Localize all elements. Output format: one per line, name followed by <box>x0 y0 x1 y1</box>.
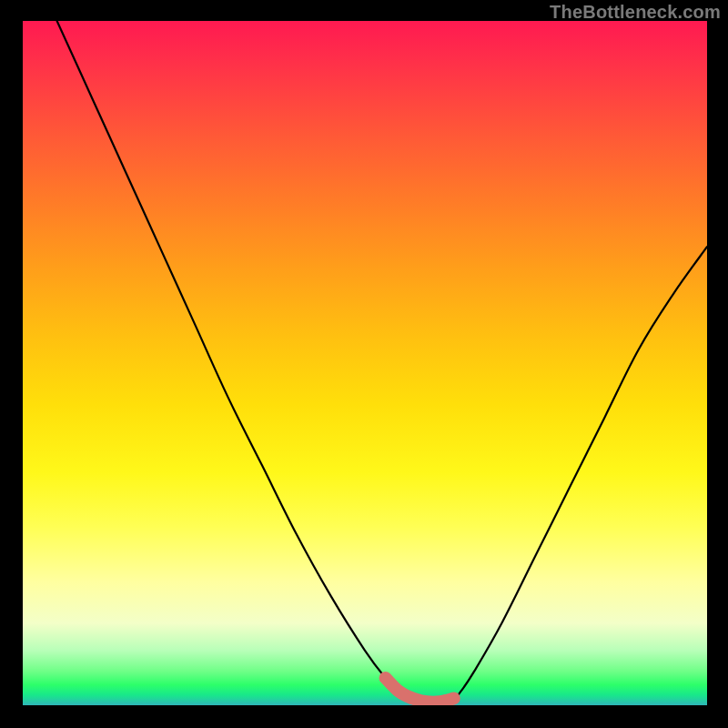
highlight-band <box>386 678 454 703</box>
attribution-label: TheBottleneck.com <box>550 2 721 23</box>
main-curve <box>57 21 707 703</box>
plot-area <box>23 21 707 705</box>
chart-frame: TheBottleneck.com <box>0 0 728 728</box>
chart-svg <box>23 21 707 705</box>
